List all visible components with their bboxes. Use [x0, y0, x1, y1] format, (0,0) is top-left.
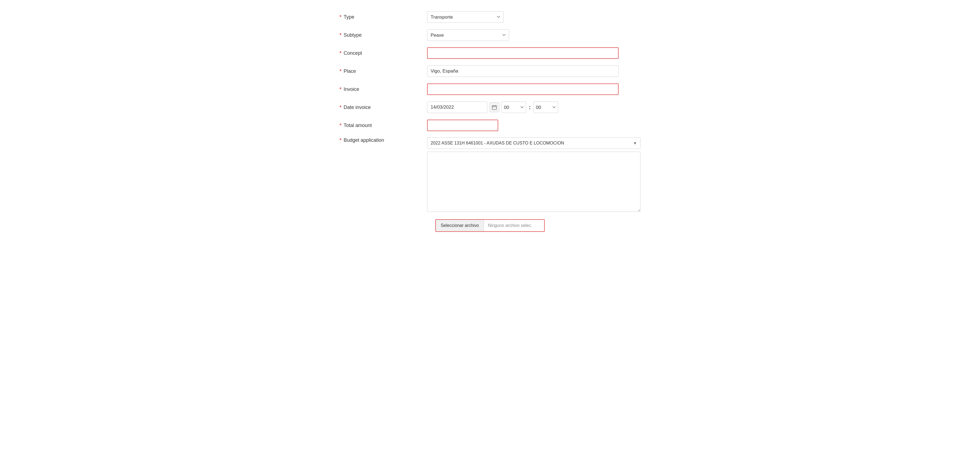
- type-field: Transporte Alojamiento Dietas: [427, 11, 641, 23]
- invoice-field: [427, 83, 641, 95]
- concept-label: * Concept: [339, 50, 427, 56]
- invoice-required-star: *: [339, 86, 342, 92]
- date-invoice-field: 00 01 02 : 00 15 30 45: [427, 102, 641, 113]
- budget-select-text: 2022 ASSE 131H 6461001 - AXUDAS DE CUSTO…: [431, 141, 631, 146]
- total-amount-input[interactable]: [427, 120, 498, 131]
- total-amount-row: * Total amount: [339, 120, 641, 131]
- place-input[interactable]: Vigo, España: [427, 65, 619, 77]
- total-amount-label-text: Total amount: [344, 123, 372, 128]
- invoice-label: * Invoice: [339, 86, 427, 92]
- type-label-text: Type: [344, 14, 354, 20]
- type-required-star: *: [339, 14, 342, 20]
- svg-rect-0: [492, 106, 496, 110]
- total-amount-label: * Total amount: [339, 123, 427, 128]
- budget-application-field: 2022 ASSE 131H 6461001 - AXUDAS DE CUSTO…: [427, 137, 641, 213]
- date-invoice-row: * Date invoice 00 01 02: [339, 101, 641, 113]
- budget-dropdown-arrow-icon: ▼: [633, 141, 637, 145]
- place-label-text: Place: [344, 69, 356, 74]
- concept-field: [427, 47, 641, 59]
- file-name-text: Ninguno archivo selec.: [484, 221, 544, 230]
- concept-required-star: *: [339, 50, 342, 56]
- time-colon: :: [528, 104, 531, 111]
- date-invoice-label: * Date invoice: [339, 105, 427, 110]
- invoice-label-text: Invoice: [344, 86, 359, 92]
- select-file-button[interactable]: Seleccionar archivo: [436, 220, 484, 231]
- file-upload-row: Seleccionar archivo Ninguno archivo sele…: [339, 219, 641, 232]
- invoice-input[interactable]: [427, 83, 619, 95]
- concept-label-text: Concept: [344, 50, 362, 56]
- total-amount-field: [427, 120, 641, 131]
- place-row: * Place Vigo, España: [339, 65, 641, 77]
- minute-select[interactable]: 00 15 30 45: [533, 102, 558, 113]
- budget-application-row: * Budget application 2022 ASSE 131H 6461…: [339, 137, 641, 213]
- invoice-row: * Invoice: [339, 83, 641, 95]
- place-field: Vigo, España: [427, 65, 641, 77]
- budget-required-star: *: [339, 137, 342, 143]
- calendar-icon: [492, 105, 497, 110]
- hour-select[interactable]: 00 01 02: [501, 102, 526, 113]
- subtype-select[interactable]: Peaxe Taxi Tren Avión: [427, 29, 509, 41]
- date-input[interactable]: [427, 102, 487, 113]
- subtype-field: Peaxe Taxi Tren Avión: [427, 29, 641, 41]
- subtype-label: * Subtype: [339, 32, 427, 38]
- date-row-controls: 00 01 02 : 00 15 30 45: [427, 102, 641, 113]
- place-label: * Place: [339, 69, 427, 74]
- budget-select-wrapper[interactable]: 2022 ASSE 131H 6461001 - AXUDAS DE CUSTO…: [427, 137, 641, 149]
- type-select[interactable]: Transporte Alojamiento Dietas: [427, 11, 504, 23]
- calendar-button[interactable]: [490, 102, 499, 112]
- budget-textarea[interactable]: [427, 151, 641, 212]
- file-input-wrapper: Seleccionar archivo Ninguno archivo sele…: [435, 219, 545, 232]
- budget-application-label: * Budget application: [339, 137, 427, 143]
- type-row: * Type Transporte Alojamiento Dietas: [339, 11, 641, 23]
- type-label: * Type: [339, 14, 427, 20]
- place-required-star: *: [339, 69, 342, 74]
- amount-required-star: *: [339, 123, 342, 128]
- budget-application-label-text: Budget application: [344, 137, 384, 143]
- date-required-star: *: [339, 105, 342, 110]
- expense-form: * Type Transporte Alojamiento Dietas * S…: [339, 11, 641, 232]
- concept-input[interactable]: [427, 47, 619, 59]
- subtype-required-star: *: [339, 32, 342, 38]
- subtype-row: * Subtype Peaxe Taxi Tren Avión: [339, 29, 641, 41]
- subtype-label-text: Subtype: [344, 32, 362, 38]
- concept-row: * Concept: [339, 47, 641, 59]
- date-invoice-label-text: Date invoice: [344, 105, 371, 110]
